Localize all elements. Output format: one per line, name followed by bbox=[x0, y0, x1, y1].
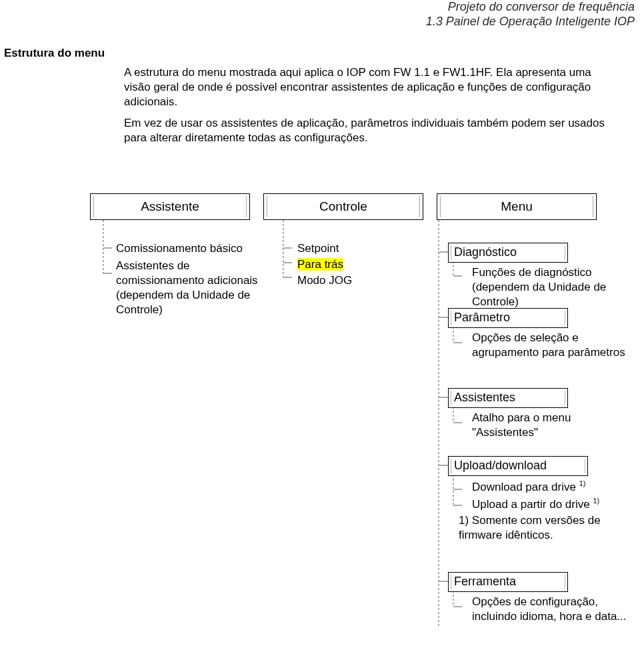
upload-footnote: 1) Somente com versões de firmware idênt… bbox=[448, 513, 628, 543]
box-label: Diagnóstico bbox=[454, 245, 517, 259]
column-controle: Setpoint Para trás Modo JOG bbox=[283, 241, 436, 289]
box-diagnostico: Diagnóstico bbox=[448, 243, 568, 263]
box-parametro: Parâmetro bbox=[448, 308, 568, 328]
assistentes-sub: Atalho para o menu "Assistentes" bbox=[448, 411, 635, 440]
superscript: 1) bbox=[593, 497, 599, 505]
column-assistente: Comissionamento básico Assistentes de co… bbox=[101, 241, 268, 319]
upload-sub-2: Upload a partir do drive 1) bbox=[448, 496, 635, 512]
col1-item-assistentes-adicionais: Assistentes de comissionamento adicionai… bbox=[101, 259, 268, 317]
box-label: Assistentes bbox=[454, 391, 515, 404]
box-upload-download: Upload/download bbox=[448, 456, 588, 476]
col2-item-modo-jog: Modo JOG bbox=[283, 273, 436, 288]
col2-item-setpoint: Setpoint bbox=[283, 241, 436, 256]
diag-sub: Funções de diagnóstico (dependem da Unid… bbox=[448, 265, 635, 309]
ferramenta-sub: Opções de configuração, incluindo idioma… bbox=[448, 595, 635, 624]
box-assistentes: Assistentes bbox=[448, 388, 568, 408]
upload-sub-1: Download para drive 1) bbox=[448, 479, 635, 495]
col2-item-para-tras: Para trás bbox=[283, 257, 436, 272]
superscript: 1) bbox=[579, 479, 586, 487]
box-label: Ferramenta bbox=[454, 575, 516, 588]
col1-item-comissionamento: Comissionamento básico bbox=[101, 241, 268, 256]
box-label: Upload/download bbox=[454, 459, 547, 472]
highlighted-text: Para trás bbox=[297, 258, 343, 271]
box-ferramenta: Ferramenta bbox=[448, 572, 568, 592]
param-sub: Opções de seleção e agrupamento para par… bbox=[448, 331, 635, 360]
box-label: Parâmetro bbox=[454, 311, 510, 324]
